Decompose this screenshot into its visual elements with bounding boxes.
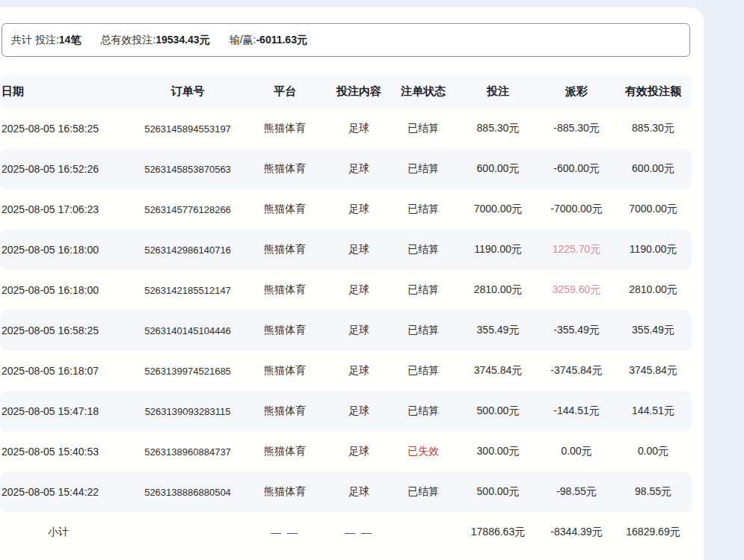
table-row: 2025-08-05 16:52:26 5263145853870563 熊猫体… xyxy=(0,149,692,189)
cell-date: 2025-08-05 16:58:25 xyxy=(0,324,135,336)
summary-win-loss: 输/赢:-6011.63元 xyxy=(230,34,307,47)
table-row: 2025-08-05 16:18:07 5263139974521685 熊猫体… xyxy=(0,351,692,391)
summary-bar: 共计 投注:14笔 总有效投注:19534.43元 输/赢:-6011.63元 xyxy=(1,23,690,57)
table-row: 2025-08-05 15:44:22 5263138886880504 熊猫体… xyxy=(0,472,692,512)
cell-valid: 0.00元 xyxy=(615,445,692,458)
column-header-content: 投注内容 xyxy=(329,84,389,99)
cell-payout: -7000.00元 xyxy=(538,203,615,216)
subtotal-valid-total: 16829.69元 xyxy=(615,526,692,539)
cell-valid: 7000.00元 xyxy=(615,203,692,216)
column-header-date: 日期 xyxy=(0,84,135,99)
cell-valid: 885.30元 xyxy=(615,122,692,135)
table-row: 2025-08-05 16:58:25 5263145894553197 熊猫体… xyxy=(0,108,692,149)
table-body: 2025-08-05 16:58:25 5263145894553197 熊猫体… xyxy=(0,108,692,512)
cell-platform: 熊猫体育 xyxy=(241,283,329,297)
cell-payout: -600.00元 xyxy=(538,162,615,176)
summary-total-bets: 共计 投注:14笔 xyxy=(11,34,81,47)
cell-date: 2025-08-05 16:58:25 xyxy=(0,123,135,135)
table-row: 2025-08-05 16:18:00 5263142986140716 熊猫体… xyxy=(0,230,692,270)
column-header-bet: 投注 xyxy=(458,84,538,99)
column-header-order: 订单号 xyxy=(135,84,241,99)
cell-bet: 2810.00元 xyxy=(458,283,538,297)
cell-status: 已结算 xyxy=(389,485,458,499)
cell-content: 足球 xyxy=(329,283,389,297)
cell-bet: 300.00元 xyxy=(458,445,538,458)
cell-date: 2025-08-05 15:44:22 xyxy=(0,486,135,498)
cell-platform: 熊猫体育 xyxy=(241,122,329,135)
cell-content: 足球 xyxy=(329,364,389,378)
cell-platform: 熊猫体育 xyxy=(241,404,329,418)
cell-status: 已结算 xyxy=(389,243,458,256)
cell-status: 已结算 xyxy=(389,324,458,337)
cell-content: 足球 xyxy=(329,243,389,256)
cell-platform: 熊猫体育 xyxy=(241,364,329,378)
cell-content: 足球 xyxy=(329,324,389,337)
cell-content: 足球 xyxy=(329,485,389,499)
subtotal-label: 小计 xyxy=(0,526,135,539)
cell-status: 已结算 xyxy=(389,162,458,176)
cell-valid: 355.49元 xyxy=(615,324,692,337)
cell-valid: 144.51元 xyxy=(615,404,692,418)
cell-valid: 1190.00元 xyxy=(615,243,692,256)
cell-order: 5263140145104446 xyxy=(135,325,241,336)
cell-bet: 600.00元 xyxy=(458,162,538,176)
cell-payout: -885.30元 xyxy=(538,122,615,135)
cell-date: 2025-08-05 15:40:53 xyxy=(0,446,135,458)
cell-payout: 1225.70元 xyxy=(538,243,615,256)
cell-date: 2025-08-05 16:18:00 xyxy=(0,284,135,296)
cell-date: 2025-08-05 15:47:18 xyxy=(0,405,135,417)
column-header-valid: 有效投注额 xyxy=(615,84,692,99)
bet-records-page: { "summary": { "items": [ { "label": "共计… xyxy=(0,0,744,560)
table-row: 2025-08-05 15:47:18 5263139093283115 熊猫体… xyxy=(0,391,692,431)
cell-valid: 2810.00元 xyxy=(615,283,692,297)
cell-payout: 3259.60元 xyxy=(538,283,615,297)
cell-platform: 熊猫体育 xyxy=(241,162,329,176)
table-row: 2025-08-05 15:40:53 5263138960884737 熊猫体… xyxy=(0,431,692,472)
cell-date: 2025-08-05 16:18:00 xyxy=(0,244,135,256)
subtotal-platform-dash: — — xyxy=(241,526,329,538)
table-row: 2025-08-05 16:18:00 5263142185512147 熊猫体… xyxy=(0,270,692,310)
cell-order: 5263145776128266 xyxy=(135,204,241,215)
cell-bet: 1190.00元 xyxy=(458,243,538,256)
cell-bet: 500.00元 xyxy=(458,485,538,499)
cell-status: 已结算 xyxy=(389,203,458,216)
cell-order: 5263138886880504 xyxy=(135,487,241,498)
cell-valid: 3745.84元 xyxy=(615,364,692,378)
summary-total-bets-label: 共计 投注: xyxy=(11,34,59,47)
cell-date: 2025-08-05 16:18:07 xyxy=(0,365,135,377)
column-header-platform: 平台 xyxy=(241,84,329,99)
summary-valid-amount-value: 19534.43元 xyxy=(156,34,209,47)
cell-order: 5263139093283115 xyxy=(135,406,241,417)
summary-win-loss-label: 输/赢: xyxy=(230,34,256,47)
cell-platform: 熊猫体育 xyxy=(241,243,329,256)
cell-order: 5263142986140716 xyxy=(135,244,241,256)
subtotal-row: 小计 — — — — 17886.63元 -8344.39元 16829.69元 xyxy=(0,512,692,553)
cell-date: 2025-08-05 17:06:23 xyxy=(0,203,135,215)
summary-total-bets-value: 14笔 xyxy=(59,34,82,47)
cell-status: 已失效 xyxy=(389,445,458,458)
cell-platform: 熊猫体育 xyxy=(241,324,329,337)
subtotal-bet-total: 17886.63元 xyxy=(458,526,538,539)
summary-valid-amount-label: 总有效投注: xyxy=(100,34,156,47)
cell-status: 已结算 xyxy=(389,404,458,418)
table-row: 2025-08-05 17:06:23 5263145776128266 熊猫体… xyxy=(0,189,692,230)
cell-content: 足球 xyxy=(329,445,389,458)
cell-valid: 600.00元 xyxy=(615,162,692,176)
cell-valid: 98.55元 xyxy=(615,485,692,499)
cell-payout: -98.55元 xyxy=(538,485,615,499)
cell-order: 5263138960884737 xyxy=(135,446,241,458)
cell-platform: 熊猫体育 xyxy=(241,203,329,216)
table-header-row: 日期 订单号 平台 投注内容 注单状态 投注 派彩 有效投注额 xyxy=(0,75,692,108)
column-header-payout: 派彩 xyxy=(538,84,615,99)
cell-bet: 500.00元 xyxy=(458,404,538,418)
cell-content: 足球 xyxy=(329,404,389,418)
subtotal-payout-total: -8344.39元 xyxy=(538,526,615,539)
cell-bet: 7000.00元 xyxy=(458,203,538,216)
cell-date: 2025-08-05 16:52:26 xyxy=(0,163,135,175)
cell-order: 5263142185512147 xyxy=(135,285,241,296)
cell-payout: -144.51元 xyxy=(538,404,615,418)
cell-content: 足球 xyxy=(329,162,389,176)
cell-bet: 3745.84元 xyxy=(458,364,538,378)
cell-order: 5263139974521685 xyxy=(135,366,241,377)
cell-order: 5263145853870563 xyxy=(135,164,241,175)
